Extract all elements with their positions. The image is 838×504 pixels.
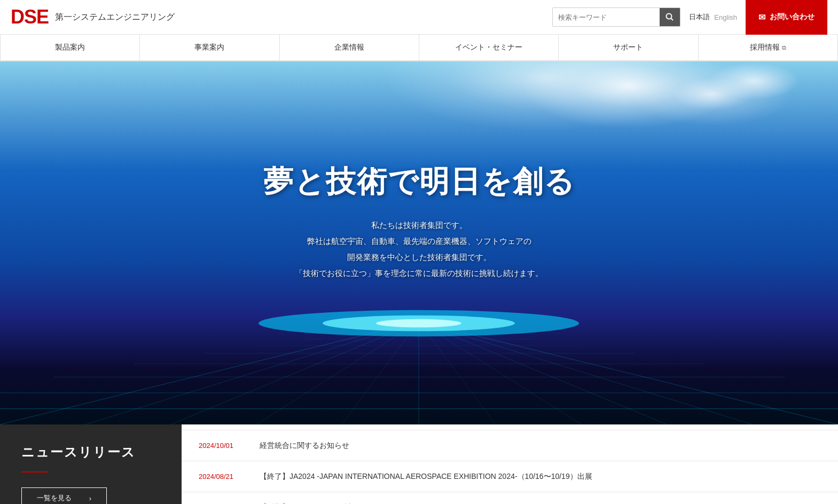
news-underline: [21, 471, 48, 472]
svg-line-15: [256, 322, 419, 424]
search-icon: [665, 13, 674, 21]
hero-grid: [0, 261, 838, 424]
nav-item-events[interactable]: イベント・セミナー: [419, 35, 559, 60]
svg-line-14: [171, 322, 419, 424]
nav-item-support[interactable]: サポート: [559, 35, 698, 60]
news-date: 2024/10/01: [199, 442, 247, 450]
hero-title: 夢と技術で明日を創る: [263, 162, 575, 202]
language-switcher: 日本語 English: [689, 12, 737, 22]
news-section-title: ニュースリリース: [21, 444, 160, 461]
news-section: ニュースリリース 一覧を見る › 2024/10/01 経営統合に関するお知らせ…: [0, 424, 838, 504]
header: DSE 第一システムエンジニアリング 日本語 English ✉ お問い合わせ: [0, 0, 838, 35]
hero-subtitle: 私たちは技術者集団です。 弊社は航空宇宙、自動車、最先端の産業機器、ソフトウェア…: [263, 217, 575, 281]
logo-text: 第一システムエンジニアリング: [55, 12, 175, 23]
svg-line-20: [419, 322, 667, 424]
svg-line-22: [419, 322, 838, 424]
contact-label: お問い合わせ: [770, 12, 814, 22]
news-view-all-button[interactable]: 一覧を見る ›: [21, 487, 107, 504]
chevron-right-icon: ›: [89, 494, 91, 502]
nav-item-business[interactable]: 事業案内: [140, 35, 279, 60]
external-link-icon: ⧉: [782, 44, 786, 51]
news-list: 2024/10/01 経営統合に関するお知らせ 2024/08/21 【終了】J…: [182, 424, 838, 504]
svg-line-18: [419, 322, 496, 424]
logo-area: DSE 第一システムエンジニアリング: [11, 7, 175, 27]
news-item: 2024/07/04 【延期】Concepts NREC社 ユーザ会開催: [182, 492, 838, 505]
svg-line-21: [419, 322, 753, 424]
mail-icon: ✉: [758, 12, 765, 22]
svg-line-13: [85, 322, 419, 424]
svg-point-25: [376, 319, 461, 328]
news-text[interactable]: 経営統合に関するお知らせ: [260, 440, 349, 451]
news-item: 2024/10/01 経営統合に関するお知らせ: [182, 430, 838, 461]
logo-dse[interactable]: DSE: [11, 7, 49, 27]
svg-point-0: [667, 14, 672, 19]
svg-line-12: [0, 322, 419, 424]
lang-english[interactable]: English: [714, 13, 737, 21]
news-sidebar: ニュースリリース 一覧を見る ›: [0, 424, 182, 504]
news-item: 2024/08/21 【終了】JA2024 -JAPAN INTERNATION…: [182, 461, 838, 492]
nav-item-products[interactable]: 製品案内: [0, 35, 140, 60]
news-text[interactable]: 【終了】JA2024 -JAPAN INTERNATIONAL AEROSPAC…: [260, 471, 592, 482]
svg-line-19: [419, 322, 582, 424]
svg-line-1: [671, 19, 673, 21]
main-nav: 製品案内 事業案内 企業情報 イベント・セミナー サポート 採用情報 ⧉: [0, 35, 838, 61]
search-input[interactable]: [553, 8, 660, 26]
search-box: [552, 7, 680, 27]
search-button[interactable]: [660, 8, 680, 26]
news-text[interactable]: 【延期】Concepts NREC社 ユーザ会開催: [260, 502, 399, 505]
lang-japanese[interactable]: 日本語: [689, 12, 710, 22]
contact-button[interactable]: ✉ お問い合わせ: [746, 0, 827, 35]
nav-item-company[interactable]: 企業情報: [280, 35, 419, 60]
hero-section: 夢と技術で明日を創る 私たちは技術者集団です。 弊社は航空宇宙、自動車、最先端の…: [0, 61, 838, 424]
news-date: 2024/08/21: [199, 472, 247, 481]
header-right: 日本語 English ✉ お問い合わせ: [552, 0, 827, 35]
hero-content: 夢と技術で明日を創る 私たちは技術者集団です。 弊社は航空宇宙、自動車、最先端の…: [263, 162, 575, 281]
svg-line-16: [342, 322, 419, 424]
nav-item-recruit[interactable]: 採用情報 ⧉: [699, 35, 838, 60]
